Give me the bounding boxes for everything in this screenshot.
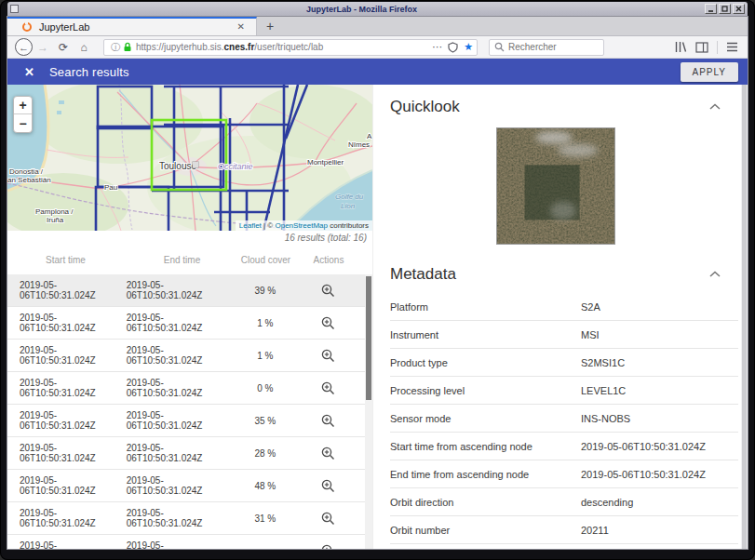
zoom-to-result-icon[interactable] xyxy=(320,315,336,331)
map-attribution: Leaflet | © OpenStreetMap contributors xyxy=(236,220,372,231)
map-label-pau: Pau xyxy=(104,183,117,192)
search-input[interactable] xyxy=(508,42,592,52)
home-button[interactable]: ⌂ xyxy=(74,38,94,57)
table-scrollbar-thumb[interactable] xyxy=(366,276,371,400)
zoom-to-result-icon[interactable] xyxy=(320,543,336,550)
metadata-value: MSI xyxy=(581,329,600,340)
zoom-to-result-icon[interactable] xyxy=(320,283,336,299)
cell-cloud-cover: 28 % xyxy=(239,448,290,459)
table-row[interactable]: 2019-05-06T10:50:31.024Z 2019-05-06T10:5… xyxy=(7,502,365,535)
metadata-row: Sensor mode INS-NOBS xyxy=(390,405,738,433)
back-button[interactable]: ← xyxy=(15,38,33,56)
new-tab-button[interactable]: + xyxy=(257,17,283,35)
cell-end-time: 2019-05-06T10:50:31.024Z xyxy=(124,410,240,431)
cell-cloud-cover: 39 % xyxy=(239,286,290,296)
table-row[interactable]: 2019-05-06T10:50:31.024Z 2019-05-06T10:5… xyxy=(7,274,365,307)
window-titlebar[interactable]: JupyterLab - Mozilla Firefox xyxy=(7,2,748,16)
cell-end-time: 2019-05-06T10:50:31.024Z xyxy=(124,443,240,463)
cell-cloud-cover: 1 % xyxy=(239,351,290,361)
table-row[interactable]: 2019-05-06T10:50:31.024Z 2019-05-06T10:5… xyxy=(7,470,365,502)
jupyter-favicon-icon xyxy=(22,22,32,32)
map[interactable]: Toulouse Pau Nîmes Montpellier Donostia … xyxy=(7,85,372,231)
cell-actions xyxy=(290,511,365,527)
table-row[interactable]: 2019-05-06T10:50:31.024Z 2019-05-06T10:5… xyxy=(7,372,365,405)
table-row[interactable]: 2019-05-06T10:50:31.024Z 2019-05-06T10:5… xyxy=(7,437,365,470)
cell-actions xyxy=(290,446,365,461)
panel-scrollbar[interactable] xyxy=(741,85,748,549)
cell-start-time: 2019-05-06T10:50:31.024Z xyxy=(7,345,124,366)
tab-strip: JupyterLab ✕ + xyxy=(7,17,748,36)
toolbar-separator xyxy=(717,41,718,54)
collapse-metadata-icon[interactable] xyxy=(709,271,721,278)
page-actions-icon[interactable]: ⋯ xyxy=(432,41,442,53)
metadata-value: descending xyxy=(581,497,633,508)
library-icon[interactable] xyxy=(674,41,687,53)
metadata-row: End time from ascending node 2019-05-06T… xyxy=(390,460,738,488)
zoom-out-button[interactable]: − xyxy=(14,114,32,132)
table-row[interactable]: 2019-05-06T10:50:31.024Z 2019-05-06T10:5… xyxy=(7,405,365,437)
osm-link[interactable]: OpenStreetMap xyxy=(275,221,327,230)
cell-actions xyxy=(290,348,365,364)
cell-end-time: 2019-05-06T10:50:31.024Z xyxy=(124,508,240,528)
cell-start-time: 2019-05-06T10:50:31.024Z xyxy=(7,508,124,528)
table-row[interactable]: 2019-05-06T10:50:31.024Z 2019-05-06T10:5… xyxy=(7,535,365,549)
metadata-value: 20211 xyxy=(581,525,609,536)
cell-actions xyxy=(290,413,365,429)
table-scrollbar[interactable] xyxy=(365,274,372,549)
apply-button[interactable]: APPLY xyxy=(681,62,739,82)
cell-end-time: 2019-05-06T10:50:31.024Z xyxy=(124,280,240,300)
reload-button[interactable]: ⟳ xyxy=(53,38,74,57)
map-label-toulouse: Toulouse xyxy=(159,161,196,171)
results-panel: Toulouse Pau Nîmes Montpellier Donostia … xyxy=(7,85,372,549)
metadata-value: S2A xyxy=(581,301,600,313)
menu-icon[interactable] xyxy=(726,42,738,52)
svg-text:an Sebastián: an Sebastián xyxy=(7,176,51,184)
panel-scrollbar-thumb[interactable] xyxy=(742,85,747,549)
zoom-to-result-icon[interactable] xyxy=(320,446,336,461)
close-button[interactable] xyxy=(733,4,745,14)
restore-button[interactable] xyxy=(719,4,731,14)
bookmark-star-icon[interactable]: ★ xyxy=(464,41,473,53)
cell-start-time: 2019-05-06T10:50:31.024Z xyxy=(7,410,124,431)
cell-actions xyxy=(290,478,365,494)
metadata-row: Orbit number 20211 xyxy=(390,516,738,544)
collapse-quicklook-icon[interactable] xyxy=(709,103,721,111)
search-box[interactable] xyxy=(489,39,604,56)
forward-button[interactable]: → xyxy=(33,38,53,57)
column-end-time: End time xyxy=(124,255,240,265)
results-table-body: 2019-05-06T10:50:31.024Z 2019-05-06T10:5… xyxy=(7,274,372,549)
cell-cloud-cover: 0 % xyxy=(239,383,290,393)
cell-cloud-cover: 1 % xyxy=(239,318,290,328)
metadata-label: Platform xyxy=(390,301,581,313)
zoom-to-result-icon[interactable] xyxy=(320,380,336,396)
shield-icon[interactable] xyxy=(448,42,458,53)
close-panel-icon[interactable]: ✕ xyxy=(24,65,34,79)
cell-end-time: 2019-05-06T10:50:31.024Z xyxy=(124,540,240,549)
desktop: JupyterLab - Mozilla Firefox JupyterLab … xyxy=(0,0,755,560)
zoom-to-result-icon[interactable] xyxy=(320,511,336,527)
tab-jupyterlab[interactable]: JupyterLab ✕ xyxy=(7,17,257,35)
zoom-in-button[interactable]: + xyxy=(14,97,32,114)
metadata-value: LEVEL1C xyxy=(581,385,626,396)
map-zoom-control[interactable]: + − xyxy=(13,96,33,133)
url-bar[interactable]: ⓘ https://jupyterhub.sis.cnes.fr/user/tr… xyxy=(103,39,478,56)
quicklook-title: Quicklook xyxy=(390,98,460,116)
column-start-time: Start time xyxy=(7,255,124,265)
zoom-to-result-icon[interactable] xyxy=(320,478,336,494)
zoom-to-result-icon[interactable] xyxy=(320,348,336,364)
sidebar-toggle-icon[interactable] xyxy=(695,42,708,53)
column-cloud-cover: Cloud cover xyxy=(240,255,291,265)
panel-title: Search results xyxy=(49,65,129,79)
metadata-label: Start time from ascending node xyxy=(390,441,581,452)
window-title: JupyterLab - Mozilla Firefox xyxy=(19,5,705,14)
table-row[interactable]: 2019-05-06T10:50:31.024Z 2019-05-06T10:5… xyxy=(7,307,365,340)
leaflet-link[interactable]: Leaflet xyxy=(239,221,262,230)
tab-close-icon[interactable]: ✕ xyxy=(236,20,247,33)
cell-end-time: 2019-05-06T10:50:31.024Z xyxy=(124,378,240,398)
table-row[interactable]: 2019-05-06T10:50:31.024Z 2019-05-06T10:5… xyxy=(7,340,365,372)
zoom-to-result-icon[interactable] xyxy=(320,413,336,429)
cell-actions xyxy=(290,315,365,331)
cell-actions xyxy=(290,283,365,299)
minimize-button[interactable] xyxy=(705,4,717,14)
page-info-icon[interactable]: ⓘ xyxy=(111,41,120,54)
